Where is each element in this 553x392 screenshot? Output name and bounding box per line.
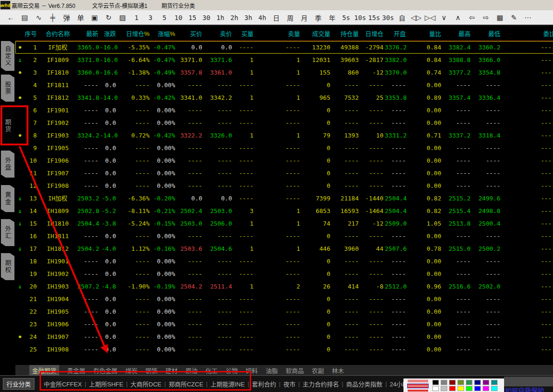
table-row-IH1904[interactable]: 21IH1904----0.0----0.00%----------------… (15, 293, 553, 305)
period-button-季[interactable]: 季 (311, 13, 325, 22)
popup-quote-icon[interactable]: 弹 (60, 13, 74, 22)
bottom-item-night-market[interactable]: 夜市 (283, 379, 295, 388)
period-button-15[interactable]: 15 (185, 14, 199, 21)
period-button-4h[interactable]: 4h (255, 14, 269, 21)
category-tab-crude-oil[interactable]: 原油 (185, 366, 198, 375)
table-row-IF1901[interactable]: 6IF1901----0.0----0.00%----------------0… (15, 104, 553, 117)
draw-pen-icon[interactable]: ✎ (507, 14, 521, 22)
column-header-ask-vol[interactable]: 卖量 (255, 28, 301, 41)
table-row-IH1907[interactable]: ●24IH1907----0.0----0.00%---------------… (15, 330, 553, 343)
category-tab-coal[interactable]: 煤炭 (125, 366, 137, 375)
table-row-IF1906[interactable]: 10IF1906----0.0----0.00%----------------… (15, 154, 553, 167)
period-button-30[interactable]: 30 (199, 14, 213, 21)
bottom-item-industry-class[interactable]: 行业分类 (3, 378, 34, 390)
column-header-bid-vol[interactable]: 买量 (233, 28, 255, 41)
category-tab-agri-side[interactable]: 农副 (312, 366, 324, 375)
table-row-IH1902[interactable]: 19IH1902----0.0----0.00%----------------… (15, 268, 553, 280)
period-button-3h[interactable]: 3h (241, 14, 255, 21)
column-header-last[interactable]: 最新 (77, 28, 100, 41)
color-swatch[interactable] (466, 380, 472, 385)
table-row-IH1903[interactable]: ↓20IH19032507.2-4.8-1.90%-0.19%2504.2251… (15, 280, 553, 293)
column-header-oi-change[interactable]: 日增仓 (360, 28, 385, 41)
sidebar-tab-stock[interactable]: 股票 (1, 75, 14, 102)
period-button-1[interactable]: 1 (130, 14, 143, 21)
column-header-order-ratio[interactable]: 委比 (502, 28, 553, 41)
color-swatch[interactable] (466, 386, 472, 391)
color-swatch[interactable] (491, 380, 498, 385)
color-swatch[interactable] (449, 386, 456, 391)
column-header-ask[interactable]: 卖价 (204, 28, 233, 41)
sidebar-tab-options[interactable]: 期权 (1, 253, 14, 280)
line-width-option-1[interactable] (407, 379, 429, 383)
page-left-icon[interactable]: ⇦ (465, 14, 479, 22)
bottom-item-shfe[interactable]: 上期所SHFE (89, 379, 123, 388)
period-button-5s[interactable]: 5s (339, 14, 353, 21)
column-header-vol-ratio[interactable]: 量比 (407, 28, 443, 41)
period-button-日[interactable]: 日 (269, 13, 283, 22)
color-swatch[interactable] (483, 380, 489, 385)
table-row-IH1811[interactable]: 16IH1811----0.0----0.00%----------------… (15, 230, 553, 242)
column-header-open[interactable]: 开盘 (385, 28, 407, 41)
sidebar-tab-outer-market[interactable]: 外盘 (1, 151, 14, 178)
column-header-high[interactable]: 最高 (443, 28, 472, 41)
table-row-IH1901[interactable]: 18IH1901----0.0----0.00%----------------… (15, 255, 553, 268)
period-button-1h[interactable]: 1h (213, 14, 227, 21)
category-tab-steel[interactable]: 钢铁 (145, 366, 157, 375)
expand-horizontal-icon[interactable]: ◁▷ (409, 14, 423, 22)
bottom-item-ine[interactable]: 上期能源INE (211, 379, 245, 388)
period-button-15s[interactable]: 15s (367, 14, 381, 21)
column-header-low[interactable]: 最低 (472, 28, 502, 41)
table-row-IH1809[interactable]: ↓14IH18092502.8-5.2-8.11%-0.21%2502.4250… (15, 205, 553, 217)
column-header-change-pct[interactable]: 涨幅% (151, 28, 177, 41)
order-ticket-icon[interactable]: 单 (74, 13, 88, 22)
color-swatch[interactable] (432, 380, 439, 385)
trend-line-icon[interactable]: ∿ (32, 14, 46, 22)
color-swatch[interactable] (441, 380, 447, 385)
category-tab-chemicals[interactable]: 化工 (205, 366, 218, 375)
category-tab-fin-futures[interactable]: 金融期货 (29, 365, 59, 376)
period-button-30s[interactable]: 30s (381, 14, 395, 21)
quote-list-icon[interactable]: ▤ (18, 14, 32, 22)
sidebar-tab-forex[interactable]: 外汇 (1, 219, 14, 246)
ad-link-clipped[interactable]: 如何自我保护 (505, 385, 544, 392)
category-tab-timber[interactable]: 林木 (332, 366, 344, 375)
table-row-IF1811[interactable]: 4IF1811----0.0----0.00%----------------0… (15, 79, 553, 91)
category-tab-precious-metals[interactable]: 贵金属 (67, 366, 85, 375)
page-right-icon[interactable]: ⇨ (479, 14, 493, 22)
bottom-item-cffex[interactable]: 中金所CFFEX (44, 379, 82, 388)
table-row-IH1908[interactable]: 25IH1908----0.0----0.00%----------------… (15, 343, 553, 356)
color-swatch[interactable] (457, 380, 464, 385)
color-swatch[interactable] (449, 380, 456, 385)
period-button-3[interactable]: 3 (143, 14, 157, 21)
sidebar-tab-custom[interactable]: 自定义 (1, 41, 14, 71)
layout-grid-icon[interactable]: ▦ (493, 14, 507, 22)
column-header-volume[interactable]: 成交量 (301, 28, 332, 41)
period-button-10s[interactable]: 10s (353, 14, 367, 21)
scroll-down-icon[interactable]: ∨ (437, 14, 451, 22)
period-button-周[interactable]: 周 (283, 13, 297, 22)
back-icon[interactable]: ← (4, 14, 18, 21)
table-row-IF1905[interactable]: 9IF1905----0.0----0.00%----------------0… (15, 142, 553, 154)
sidebar-tab-futures[interactable]: 期货 (1, 108, 14, 144)
category-tab-building-materials[interactable]: 建材 (165, 366, 178, 375)
color-swatch[interactable] (432, 386, 439, 391)
category-tab-feed[interactable]: 饲料 (246, 366, 258, 375)
column-header-name[interactable]: 合约名称 (38, 28, 77, 41)
column-header-bid[interactable]: 买价 (177, 28, 204, 41)
collapse-horizontal-icon[interactable]: ▷◁ (423, 14, 437, 22)
category-tab-grains[interactable]: 谷物 (225, 366, 238, 375)
table-row-IF1907[interactable]: 11IF1907----0.0----0.00%----------------… (15, 167, 553, 179)
refresh-icon[interactable]: ↻ (102, 14, 116, 22)
bottom-item-czce[interactable]: 郑商所CZCE (169, 379, 203, 388)
line-width-option-3[interactable] (407, 389, 429, 392)
mini-chart-icon[interactable]: ▨ (116, 14, 130, 22)
table-row-IF1902[interactable]: 7IF1902----0.0----0.00%----------------0… (15, 117, 553, 129)
period-button-2h[interactable]: 2h (227, 14, 241, 21)
table-row-IH1812[interactable]: ↓17IH18122504.2-4.01.12%-0.16%2503.62504… (15, 242, 553, 255)
column-header-oi-change-pct[interactable]: 日增仓% (117, 28, 151, 41)
bottom-item-main-contract-rank[interactable]: 主力合约排名 (303, 379, 339, 388)
table-row-IH1810[interactable]: ↓15IH18102504.4-3.8-5.24%-0.15%2503.0250… (15, 217, 553, 230)
period-button-10[interactable]: 10 (171, 14, 185, 21)
category-tab-nonferrous[interactable]: 有色金属 (93, 366, 117, 375)
save-icon[interactable]: ▣ (88, 14, 102, 22)
